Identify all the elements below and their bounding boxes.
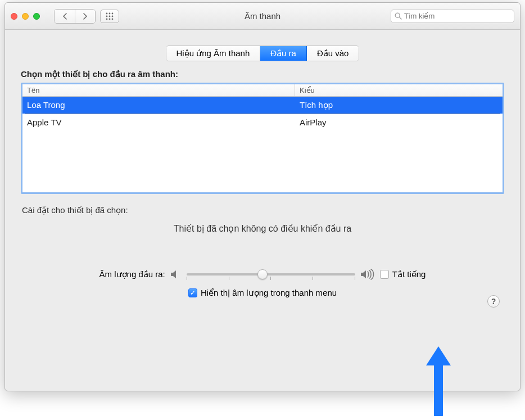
svg-point-3: [106, 15, 108, 17]
chevron-left-icon: [62, 13, 67, 20]
speaker-low-icon: [170, 269, 182, 280]
bottom-controls: Âm lượng đầu ra: Tắt tiếng Hiển thị âm l…: [5, 268, 520, 298]
back-button[interactable]: [55, 10, 75, 23]
chevron-right-icon: [83, 13, 88, 20]
table-header: Tên Kiểu: [22, 84, 503, 97]
search-field[interactable]: [391, 10, 514, 23]
output-volume-slider[interactable]: [187, 268, 355, 281]
output-volume-label: Âm lượng đầu ra:: [99, 269, 165, 279]
tabs: Hiệu ứng Âm thanh Đầu ra Đầu vào: [166, 46, 360, 61]
device-name: Loa Trong: [22, 97, 295, 114]
help-button[interactable]: ?: [487, 295, 500, 308]
svg-point-0: [106, 12, 108, 14]
window-controls: [11, 13, 40, 20]
svg-point-8: [112, 18, 114, 20]
svg-line-10: [399, 17, 401, 19]
settings-for-selected-label: Cài đặt cho thiết bị đã chọn:: [22, 205, 504, 215]
device-type: Tích hợp: [295, 97, 503, 114]
table-row[interactable]: Loa Trong Tích hợp: [22, 97, 503, 114]
show-volume-menu-label: Hiển thị âm lượng trong thanh menu: [201, 288, 337, 298]
show-all-button[interactable]: [100, 10, 119, 23]
mute-checkbox[interactable]: [380, 270, 389, 279]
svg-point-5: [112, 15, 114, 17]
device-type: AirPlay: [295, 114, 503, 130]
device-table: Tên Kiểu Loa Trong Tích hợp Apple TV Air…: [21, 83, 504, 194]
device-name: Apple TV: [22, 114, 295, 130]
table-row[interactable]: Apple TV AirPlay: [22, 114, 503, 130]
show-volume-menu-checkbox[interactable]: [188, 288, 197, 297]
no-output-controls-text: Thiết bị đã chọn không có điều khiển đầu…: [21, 223, 504, 234]
tab-output[interactable]: Đầu ra: [260, 46, 307, 61]
forward-button[interactable]: [75, 10, 95, 23]
column-name[interactable]: Tên: [22, 84, 295, 96]
grid-icon: [106, 12, 114, 20]
close-window-button[interactable]: [11, 13, 17, 20]
minimize-window-button[interactable]: [22, 13, 29, 20]
speaker-high-icon: [360, 269, 375, 280]
nav-buttons: [54, 9, 96, 24]
titlebar: Âm thanh: [5, 3, 520, 30]
zoom-window-button[interactable]: [33, 13, 40, 20]
svg-point-6: [106, 18, 108, 20]
tab-sound-effects[interactable]: Hiệu ứng Âm thanh: [166, 46, 261, 61]
svg-point-2: [112, 12, 114, 14]
output-panel: Chọn một thiết bị cho đầu ra âm thanh: T…: [21, 69, 504, 234]
sound-preferences-window: Âm thanh Hiệu ứng Âm thanh Đầu ra Đầu và…: [4, 2, 521, 391]
search-input[interactable]: [404, 12, 510, 20]
svg-point-7: [109, 18, 111, 20]
column-type[interactable]: Kiểu: [295, 84, 503, 96]
svg-point-4: [109, 15, 111, 17]
svg-point-1: [109, 12, 111, 14]
search-icon: [395, 12, 402, 20]
tab-input[interactable]: Đầu vào: [307, 46, 359, 61]
mute-label: Tắt tiếng: [392, 269, 426, 279]
select-device-heading: Chọn một thiết bị cho đầu ra âm thanh:: [21, 69, 504, 79]
